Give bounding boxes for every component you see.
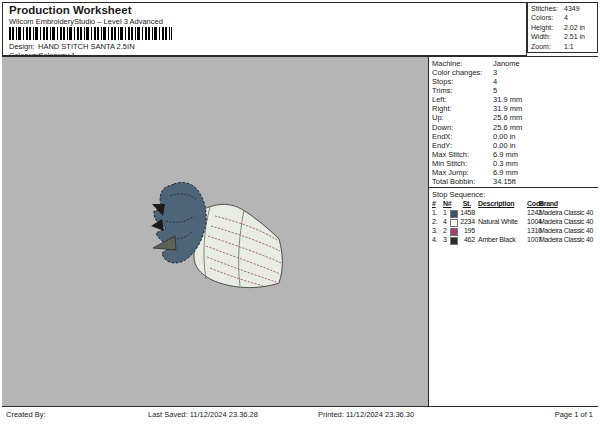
summary-row: Zoom:1:1 — [528, 43, 597, 52]
summary-label: Colors: — [531, 14, 553, 21]
machine-info-value: 34.15ft — [493, 177, 516, 186]
summary-value: 4 — [564, 14, 568, 21]
machine-info-value: 3 — [493, 68, 497, 77]
summary-value: 1:1 — [564, 43, 574, 50]
design-canvas — [2, 56, 428, 406]
design-barcode — [9, 27, 172, 40]
machine-info-label: Up: — [432, 113, 444, 122]
last-saved-text: Last Saved: 11/12/2024 23.36.28 — [148, 410, 258, 419]
stitch-design-preview — [140, 176, 300, 296]
stop-sequence-row: 4. 3 462 Amber Black 1007 Madeira Classi… — [429, 236, 598, 245]
cell-needle: 4 — [443, 218, 447, 225]
cell-brand: Madeira Classic 40 — [539, 218, 593, 225]
design-name: HAND STITCH SANTA 2.5IN — [38, 42, 135, 51]
worksheet-footer: Created By: Last Saved: 11/12/2024 23.36… — [2, 406, 598, 422]
cell-stitch-code: 195 — [455, 227, 475, 234]
stop-sequence-header-row: # N# St. Description Code Brand — [429, 200, 598, 209]
page-number: Page 1 of 1 — [555, 410, 593, 419]
machine-info-row: Stops:4 — [429, 77, 598, 86]
cell-needle: 1 — [443, 209, 447, 216]
summary-label: Zoom: — [531, 43, 551, 50]
machine-info-label: Trims: — [432, 86, 453, 95]
machine-info-row: Up:25.6 mm — [429, 113, 598, 122]
machine-info-value: 25.6 mm — [493, 113, 522, 122]
machine-info-row: EndY:0.00 in — [429, 141, 598, 150]
stop-sequence-row: 2. 4 2234 Natural White 1004 Madeira Cla… — [429, 218, 598, 227]
machine-info-row: Left:31.9 mm — [429, 95, 598, 104]
app-subtitle: Wilcom EmbroideryStudio – Level 3 Advanc… — [9, 17, 163, 26]
summary-value: 2.51 in — [564, 33, 585, 40]
stop-sequence-row: 1. 1 1458 1242 Madeira Classic 40 — [429, 209, 598, 218]
machine-info-value: 0.3 mm — [493, 159, 518, 168]
machine-info-row: Max Jump:6.9 mm — [429, 168, 598, 177]
machine-info-row: Right:31.9 mm — [429, 104, 598, 113]
machine-info-row: Down:25.6 mm — [429, 123, 598, 132]
machine-info-label: Right: — [432, 104, 452, 113]
cell-seq: 1. — [432, 209, 437, 216]
machine-info-value: 0.00 in — [493, 132, 516, 141]
cell-stitch-code: 2234 — [455, 218, 475, 225]
cell-seq: 4. — [432, 236, 437, 243]
machine-info-label: Total Bobbin: — [432, 177, 475, 186]
machine-info-row: Max Stitch:6.9 mm — [429, 150, 598, 159]
machine-info-row: Min Stitch:0.3 mm — [429, 159, 598, 168]
info-panel: Machine:Janome Color changes:3 Stops:4 T… — [428, 56, 598, 406]
printed-text: Printed: 11/12/2024 23.36.30 — [318, 410, 414, 419]
stop-sequence-title: Stop Sequence: — [432, 190, 485, 199]
cell-needle: 3 — [443, 236, 447, 243]
machine-info-value: 0.00 in — [493, 141, 516, 150]
cell-needle: 2 — [443, 227, 447, 234]
machine-info-value: 4 — [493, 77, 497, 86]
cell-brand: Madeira Classic 40 — [539, 209, 593, 216]
col-header-stitch: St. — [451, 200, 471, 207]
summary-row: Stitches:4349 — [528, 5, 597, 14]
machine-info-row: Trims:5 — [429, 86, 598, 95]
cell-description: Amber Black — [478, 236, 515, 243]
machine-info-value: 25.6 mm — [493, 123, 522, 132]
machine-info-label: Max Stitch: — [432, 150, 469, 159]
page-title: Production Worksheet — [9, 4, 131, 16]
cell-brand: Madeira Classic 40 — [539, 236, 593, 243]
machine-info-label: EndY: — [432, 141, 452, 150]
machine-info-value: Janome — [493, 59, 520, 68]
col-header-seq: # — [432, 200, 436, 207]
cell-seq: 3. — [432, 227, 437, 234]
machine-info-section: Machine:Janome Color changes:3 Stops:4 T… — [429, 59, 598, 186]
machine-info-label: Color changes: — [432, 68, 482, 77]
stop-sequence-section: Stop Sequence: # N# St. Description Code… — [429, 187, 598, 406]
machine-info-row: Color changes:3 — [429, 68, 598, 77]
summary-row: Colors:4 — [528, 14, 597, 23]
summary-label: Stitches: — [531, 5, 558, 12]
stop-sequence-row: 3. 2 195 1310 Madeira Classic 40 — [429, 227, 598, 236]
summary-row: Width:2.51 in — [528, 33, 597, 42]
summary-value: 4349 — [564, 5, 580, 12]
machine-info-label: EndX: — [432, 132, 452, 141]
machine-info-label: Down: — [432, 123, 453, 132]
summary-value: 2.02 in — [564, 24, 585, 31]
summary-label: Width: — [531, 33, 551, 40]
col-header-brand: Brand — [539, 200, 558, 207]
machine-info-row: EndX:0.00 in — [429, 132, 598, 141]
cell-stitch-code: 1458 — [455, 209, 475, 216]
machine-info-label: Stops: — [432, 77, 453, 86]
cell-stitch-code: 462 — [455, 236, 475, 243]
machine-info-value: 6.9 mm — [493, 150, 518, 159]
worksheet-header-box: Production Worksheet Wilcom EmbroiderySt… — [2, 2, 527, 56]
cell-description: Natural White — [478, 218, 518, 225]
design-label: Design: — [9, 42, 34, 51]
summary-row: Height:2.02 in — [528, 24, 597, 33]
machine-info-value: 6.9 mm — [493, 168, 518, 177]
machine-info-label: Machine: — [432, 59, 462, 68]
machine-info-row: Machine:Janome — [429, 59, 598, 68]
production-worksheet-page: Production Worksheet Wilcom EmbroiderySt… — [0, 0, 600, 424]
design-summary-box: Stitches:4349 Colors:4 Height:2.02 in Wi… — [527, 2, 598, 53]
machine-info-value: 31.9 mm — [493, 95, 522, 104]
machine-info-value: 31.9 mm — [493, 104, 522, 113]
machine-info-label: Min Stitch: — [432, 159, 467, 168]
machine-info-label: Max Jump: — [432, 168, 469, 177]
machine-info-value: 5 — [493, 86, 497, 95]
summary-label: Height: — [531, 24, 553, 31]
machine-info-label: Left: — [432, 95, 447, 104]
machine-info-row: Total Bobbin:34.15ft — [429, 177, 598, 186]
created-by-label: Created By: — [6, 410, 46, 419]
